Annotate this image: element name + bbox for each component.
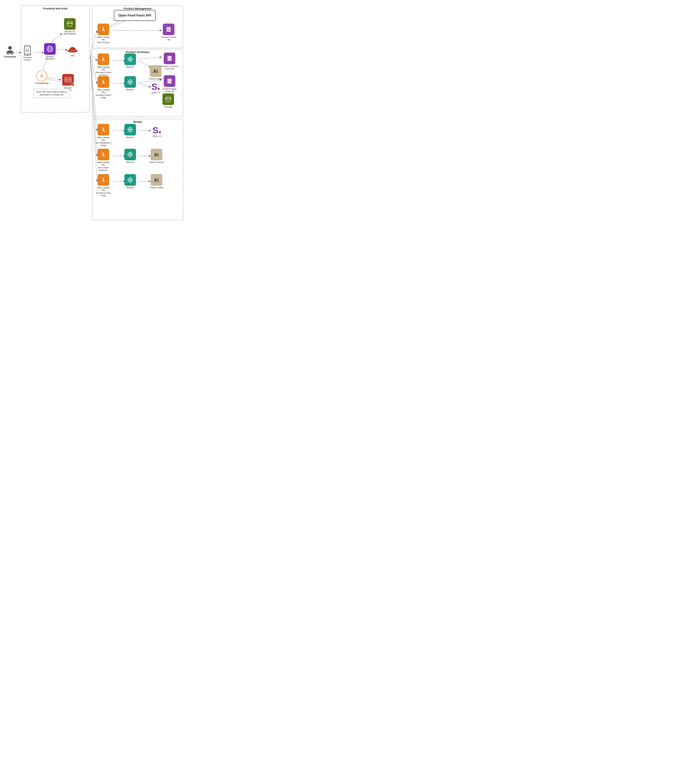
- svg-line-87: [131, 80, 132, 81]
- claude-haiku-1-icon-box: A\: [150, 65, 161, 77]
- svg-line-123: [131, 153, 132, 154]
- lambda-step-icon-box: λ: [98, 174, 109, 186]
- svg-text:λ: λ: [102, 152, 105, 157]
- iam-group: IAM: [66, 44, 79, 57]
- sdxl-recipe-icon-box: S: [152, 126, 161, 135]
- svg-point-69: [130, 57, 131, 58]
- svg-point-44: [67, 22, 72, 23]
- consumers-icon: [5, 45, 15, 55]
- svg-point-34: [27, 54, 28, 55]
- svg-point-143: [128, 180, 129, 180]
- bedrock-step-group: Bedrock: [123, 174, 137, 188]
- products-cache-icon-box: [163, 23, 174, 35]
- lambda-fetch-label: AWS Lambda URL Fetch Product: [95, 36, 112, 44]
- lambda-step-icon: λ: [100, 177, 107, 183]
- svg-point-116: [129, 154, 131, 156]
- claude-haiku-1-icon: A\: [152, 67, 159, 75]
- jwt-note-box: Check JWT Token against Cognito & Sign R…: [34, 89, 70, 98]
- bedrock-recipes-group: Bedrock: [123, 149, 137, 163]
- claude-haiku-2-label: Claude 3 Haiku: [149, 187, 163, 188]
- bedrock-recipes-icon-box: [124, 149, 136, 160]
- svg-point-132: [129, 179, 131, 181]
- lambda-ingredients-icon-box: λ: [98, 124, 109, 135]
- lambda-edge-group: λ Lambda@Edge: [34, 70, 50, 84]
- svg-line-106: [129, 128, 129, 129]
- svg-line-139: [131, 178, 132, 179]
- bedrock-ingredients-icon: [126, 126, 134, 133]
- lambda-edge-icon: λ: [39, 73, 45, 79]
- svg-point-89: [130, 79, 131, 80]
- bedrock-summary-icon-box: [124, 53, 136, 65]
- lambda-fetch-group: λ AWS Lambda URL Fetch Product: [95, 23, 112, 44]
- lambda-recipes-group: λ AWS Lambda URL Get 3 recipe proposals: [95, 149, 112, 171]
- svg-point-101: [129, 129, 131, 131]
- cognito-icon: [64, 76, 72, 83]
- bedrock-step-label: Bedrock: [126, 187, 134, 188]
- svg-text:λ: λ: [102, 127, 105, 132]
- products-summary-cache-group: Products Summary Cache DB: [160, 53, 179, 70]
- claude-sonnet-icon: A\: [153, 151, 160, 158]
- lambda-ingredients-icon: λ: [100, 126, 107, 133]
- lambda-image-icon-box: λ: [98, 76, 109, 88]
- product-images-cache-group: Product Images Cache DB: [160, 75, 179, 93]
- lambda-image-group: λ AWS Lambda URL Generate Product Image: [95, 76, 112, 99]
- svg-point-142: [130, 182, 131, 183]
- svg-point-60: [129, 58, 131, 60]
- claude-haiku-2-icon-box: A\: [151, 174, 162, 186]
- claude-haiku-2-icon: A\: [153, 176, 160, 184]
- bedrock-step-icon: [126, 176, 134, 184]
- svg-point-72: [132, 59, 133, 60]
- svg-point-29: [7, 52, 9, 54]
- svg-point-70: [130, 61, 131, 62]
- bedrock-summary-label: Bedrock: [126, 66, 134, 68]
- bedrock-summary-group: Bedrock: [123, 53, 137, 68]
- claude-haiku-2-group: A\ Claude 3 Haiku: [148, 174, 165, 188]
- svg-text:A\: A\: [153, 68, 158, 74]
- svg-point-128: [132, 154, 133, 155]
- products-summary-cache-icon-box: [164, 53, 175, 64]
- svg-text:λ: λ: [40, 73, 43, 78]
- svg-line-138: [131, 181, 132, 182]
- svg-line-67: [131, 58, 132, 59]
- bedrock-ingredients-label: Bedrock: [126, 136, 134, 138]
- bedrock-image-label: Bedrock: [126, 89, 134, 91]
- iam-icon: [67, 44, 78, 54]
- svg-text:λ: λ: [102, 57, 105, 62]
- lambda-recipes-icon-box: λ: [98, 149, 109, 160]
- svg-text:λ: λ: [102, 79, 105, 85]
- svg-text:A\: A\: [154, 177, 159, 183]
- cloudfront-group: Amazon Cloudfront: [43, 43, 57, 60]
- bedrock-ingredients-group: Bedrock: [123, 124, 137, 138]
- product-images-cache-label: Product Images Cache DB: [160, 88, 179, 93]
- svg-point-56: [166, 31, 171, 32]
- svg-line-137: [129, 178, 129, 179]
- bedrock-image-icon-box: [124, 76, 136, 88]
- svg-line-107: [131, 131, 132, 131]
- open-food-api-box: Open Food Facts API: [114, 10, 156, 21]
- lambda-image-icon: λ: [100, 79, 107, 85]
- lambda-summary-label: AWS Lambda URL Generate Product Summary: [95, 66, 112, 76]
- svg-line-109: [129, 131, 129, 131]
- lambda-fetch-icon: λ: [100, 26, 107, 33]
- svg-point-91: [128, 82, 129, 82]
- svg-point-113: [132, 129, 133, 130]
- svg-point-49: [66, 79, 68, 81]
- lambda-image-label: AWS Lambda URL Generate Product Image: [95, 89, 112, 99]
- svg-point-112: [128, 129, 129, 130]
- bedrock-recipes-label: Bedrock: [126, 161, 134, 163]
- svg-line-140: [129, 181, 129, 182]
- svg-line-68: [129, 60, 129, 61]
- open-food-api-label: Open Food Facts API: [118, 14, 151, 17]
- bedrock-recipes-icon: [126, 151, 134, 158]
- s3-image-icon: [165, 96, 172, 103]
- svg-point-28: [8, 46, 12, 50]
- svg-line-121: [129, 153, 129, 154]
- s3-static-icon: [66, 20, 73, 28]
- svg-point-92: [132, 82, 133, 82]
- svg-line-122: [131, 156, 132, 156]
- scanning-product-label: Scanning Product: [21, 56, 34, 61]
- bedrock-summary-icon: [126, 56, 134, 63]
- cloudfront-icon: [46, 45, 53, 53]
- cloudfront-label: Amazon Cloudfront: [45, 56, 54, 60]
- lambda-fetch-icon-box: λ: [98, 23, 109, 35]
